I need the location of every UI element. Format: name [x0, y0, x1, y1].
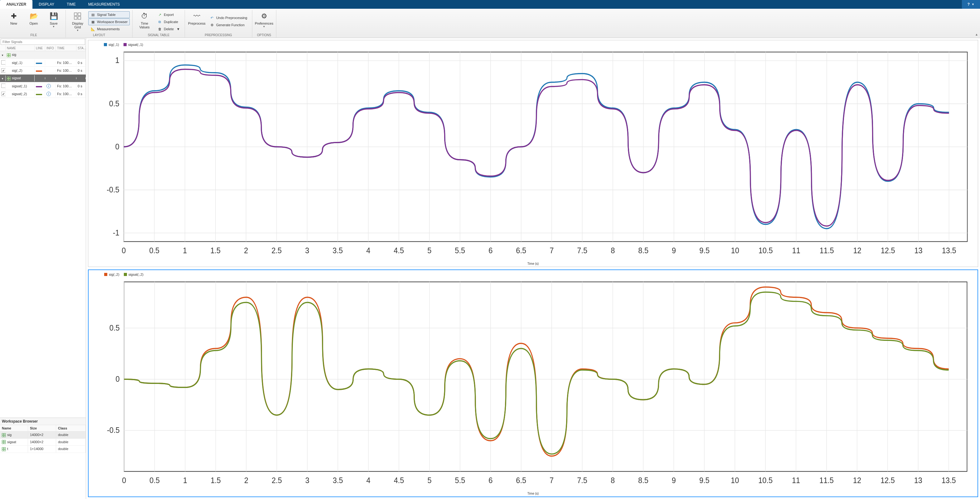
svg-rect-7	[9, 55, 11, 57]
signal-table-header: NAME LINE INFO TIME STA…	[0, 46, 86, 51]
svg-text:12: 12	[853, 245, 861, 255]
signal-table-panel: NAME LINE INFO TIME STA… ▼ sig sig(:,1) …	[0, 38, 86, 418]
signal-group-row[interactable]: ▼ sigsat	[0, 75, 86, 82]
svg-text:13: 13	[914, 475, 922, 485]
workspace-var-row[interactable]: sigsat 14000×2 double	[0, 439, 86, 446]
signal-row[interactable]: ✔ sig(:,2) Fs: 100… 0 s	[0, 67, 86, 75]
display-grid-button[interactable]: Display Grid▼	[68, 11, 87, 32]
delete-button[interactable]: 🗑Delete▼	[155, 25, 182, 32]
folder-open-icon: 📂	[29, 12, 38, 21]
legend-item: sigsat(:,2)	[124, 273, 143, 277]
svg-text:3.5: 3.5	[332, 245, 343, 255]
open-button[interactable]: 📂Open	[24, 11, 43, 26]
svg-rect-5	[9, 53, 11, 55]
tab-bar: ANALYZER DISPLAY TIME MEASUREMENTS ?▼	[0, 0, 980, 9]
svg-text:0.5: 0.5	[109, 99, 119, 108]
tab-analyzer[interactable]: ANALYZER	[0, 0, 32, 9]
svg-text:3: 3	[305, 475, 309, 485]
save-button[interactable]: 💾Save▼	[44, 11, 63, 29]
signal-row[interactable]: ✔ sigsat(:,2) i Fs: 100… 0 s	[0, 90, 86, 98]
svg-text:5.5: 5.5	[455, 245, 465, 255]
svg-text:1: 1	[115, 56, 119, 65]
svg-text:6: 6	[488, 475, 493, 485]
svg-rect-17	[4, 440, 6, 442]
workspace-var-row[interactable]: sig 14000×2 double	[0, 432, 86, 439]
svg-rect-0	[74, 13, 77, 16]
signal-group-row[interactable]: ▼ sig	[0, 51, 86, 59]
svg-text:13.5: 13.5	[942, 475, 956, 485]
info-icon[interactable]: i	[46, 84, 51, 88]
generate-function-button[interactable]: ⚙Generate Function	[207, 22, 250, 29]
group-options-label: OPTIONS	[255, 33, 274, 37]
svg-text:0: 0	[122, 245, 126, 255]
preferences-button[interactable]: ⚙Preferences▼	[255, 11, 274, 29]
svg-text:12.5: 12.5	[880, 475, 895, 485]
workspace-var-row[interactable]: t 1×14000 double	[0, 446, 86, 453]
duplicate-button[interactable]: ⧉Duplicate	[155, 18, 182, 25]
plot-top-xlabel: Time (s)	[91, 262, 975, 265]
ws-header-size[interactable]: Size	[28, 425, 56, 431]
svg-rect-12	[2, 433, 4, 435]
svg-text:2: 2	[244, 475, 248, 485]
svg-rect-3	[78, 16, 81, 19]
svg-text:10: 10	[731, 475, 739, 485]
svg-text:2.5: 2.5	[271, 245, 282, 255]
svg-text:3.5: 3.5	[333, 475, 343, 485]
svg-rect-21	[4, 447, 6, 449]
time-values-button[interactable]: ⏱Time Values	[135, 11, 154, 30]
svg-text:4.5: 4.5	[394, 475, 404, 485]
plot-area: sig(:,1)sigsat(:,1) 00.511.522.533.544.5…	[86, 38, 980, 499]
info-icon[interactable]: i	[46, 92, 51, 96]
svg-text:6.5: 6.5	[516, 475, 526, 485]
table-icon: ▤	[91, 12, 95, 17]
svg-text:12.5: 12.5	[881, 245, 895, 255]
ribbon: ✚New 📂Open 💾Save▼ FILE Display Grid▼ ▤Si…	[0, 9, 980, 38]
chevron-down-icon: ▼	[76, 29, 79, 32]
svg-text:5.5: 5.5	[455, 475, 465, 485]
signal-checkbox[interactable]: ✔	[1, 68, 6, 73]
new-button[interactable]: ✚New	[4, 11, 23, 26]
collapse-ribbon-button[interactable]: ▴	[976, 32, 977, 37]
signal-table-toggle[interactable]: ▤Signal Table	[88, 11, 130, 18]
chevron-down-icon: ▼	[972, 3, 974, 6]
svg-text:0.5: 0.5	[150, 475, 160, 485]
workspace-browser-toggle[interactable]: ▦Workspace Browser	[88, 18, 130, 25]
svg-text:6.5: 6.5	[516, 245, 526, 255]
browser-icon: ▦	[91, 19, 95, 24]
svg-text:9: 9	[672, 245, 676, 255]
workspace-browser-title: Workspace Browser	[0, 418, 86, 425]
svg-text:1: 1	[183, 245, 187, 255]
signal-checkbox[interactable]	[1, 60, 6, 65]
svg-text:11: 11	[792, 475, 800, 485]
plot-panel-bottom[interactable]: sig(:,2)sigsat(:,2) 00.511.522.533.544.5…	[88, 269, 978, 497]
export-button[interactable]: ↗Export	[155, 11, 182, 18]
signal-checkbox[interactable]	[1, 84, 6, 88]
undo-preprocessing-button[interactable]: ↶Undo Preprocessing	[207, 14, 250, 21]
plot-panel-top[interactable]: sig(:,1)sigsat(:,1) 00.511.522.533.544.5…	[88, 40, 978, 267]
chevron-down-icon: ▼	[263, 25, 266, 28]
tab-time[interactable]: TIME	[60, 0, 82, 9]
svg-rect-15	[4, 435, 6, 437]
svg-rect-23	[4, 450, 6, 451]
signal-checkbox[interactable]: ✔	[1, 92, 6, 96]
chevron-down-icon: ▼	[52, 25, 55, 28]
filter-signals-input[interactable]	[1, 39, 85, 44]
svg-text:7.5: 7.5	[577, 475, 587, 485]
svg-rect-13	[4, 433, 6, 435]
tab-display[interactable]: DISPLAY	[32, 0, 60, 9]
workspace-browser-panel: Workspace Browser Name Size Class sig 14…	[0, 418, 86, 499]
measurements-toggle[interactable]: 📐Measurements	[88, 25, 130, 32]
plot-bottom-legend: sig(:,2)sigsat(:,2)	[104, 273, 974, 277]
ws-header-class[interactable]: Class	[56, 425, 86, 431]
legend-item: sig(:,2)	[104, 273, 119, 277]
preprocess-button[interactable]: 〰Preprocess	[188, 11, 206, 26]
signal-row[interactable]: sigsat(:,1) i Fs: 100… 0 s	[0, 82, 86, 90]
help-menu[interactable]: ?▼	[962, 0, 980, 9]
save-icon: 💾	[49, 12, 58, 21]
svg-text:-0.5: -0.5	[107, 425, 120, 435]
preprocess-icon: 〰	[192, 12, 201, 21]
signal-row[interactable]: sig(:,1) Fs: 100… 0 s	[0, 59, 86, 67]
ws-header-name[interactable]: Name	[0, 425, 28, 431]
tab-measurements[interactable]: MEASUREMENTS	[82, 0, 126, 9]
group-preprocessing-label: PREPROCESSING	[188, 33, 250, 37]
